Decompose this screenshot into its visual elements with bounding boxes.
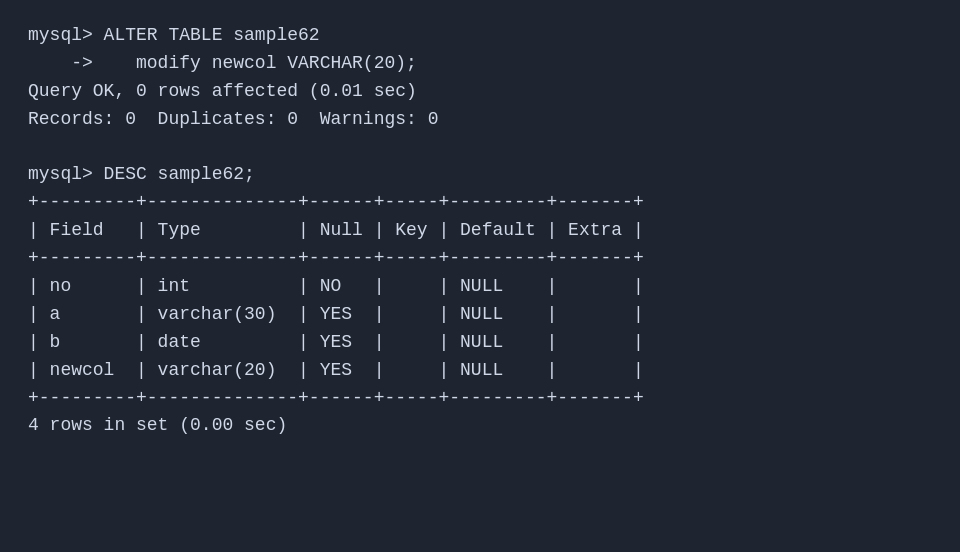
terminal-line-15: 4 rows in set (0.00 sec) — [28, 412, 932, 440]
terminal-window: mysql> ALTER TABLE sample62 -> modify ne… — [0, 0, 960, 552]
terminal-line-1: mysql> ALTER TABLE sample62 — [28, 22, 932, 50]
terminal-line-3: Query OK, 0 rows affected (0.01 sec) — [28, 78, 932, 106]
terminal-line-4: Records: 0 Duplicates: 0 Warnings: 0 — [28, 106, 932, 134]
terminal-line-10: | no | int | NO | | NULL | | — [28, 273, 932, 301]
terminal-line-9: +---------+--------------+------+-----+-… — [28, 245, 932, 273]
terminal-line-5 — [28, 134, 932, 162]
terminal-line-11: | a | varchar(30) | YES | | NULL | | — [28, 301, 932, 329]
terminal-line-13: | newcol | varchar(20) | YES | | NULL | … — [28, 357, 932, 385]
terminal-line-6: mysql> DESC sample62; — [28, 161, 932, 189]
terminal-line-14: +---------+--------------+------+-----+-… — [28, 385, 932, 413]
terminal-line-2: -> modify newcol VARCHAR(20); — [28, 50, 932, 78]
terminal-line-12: | b | date | YES | | NULL | | — [28, 329, 932, 357]
terminal-line-7: +---------+--------------+------+-----+-… — [28, 189, 932, 217]
terminal-line-8: | Field | Type | Null | Key | Default | … — [28, 217, 932, 245]
